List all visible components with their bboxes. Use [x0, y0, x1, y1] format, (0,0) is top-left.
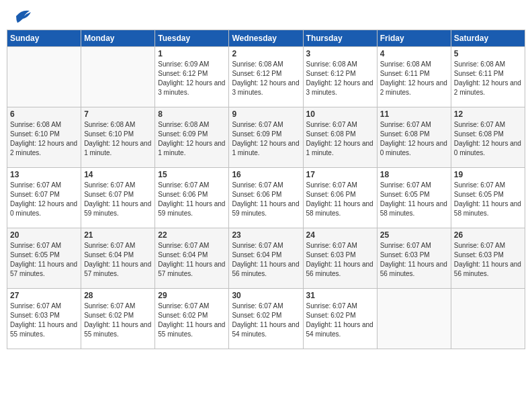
day-info: Sunrise: 6:08 AM Sunset: 6:11 PM Dayligh…: [454, 60, 522, 97]
calendar-cell: [81, 47, 155, 107]
day-number: 29: [158, 291, 226, 300]
day-info: Sunrise: 6:07 AM Sunset: 6:02 PM Dayligh…: [232, 302, 300, 339]
day-number: 25: [380, 230, 448, 240]
calendar-cell: 8Sunrise: 6:08 AM Sunset: 6:09 PM Daylig…: [155, 107, 229, 168]
day-number: 7: [84, 109, 152, 119]
day-number: 11: [380, 109, 448, 119]
calendar-cell: 19Sunrise: 6:07 AM Sunset: 6:05 PM Dayli…: [451, 168, 525, 228]
day-number: 14: [84, 170, 152, 179]
day-info: Sunrise: 6:07 AM Sunset: 6:09 PM Dayligh…: [232, 120, 300, 158]
day-number: 23: [232, 230, 300, 240]
day-number: 6: [10, 109, 78, 119]
calendar-table: SundayMondayTuesdayWednesdayThursdayFrid…: [7, 30, 525, 349]
calendar-cell: 24Sunrise: 6:07 AM Sunset: 6:03 PM Dayli…: [303, 228, 377, 289]
day-info: Sunrise: 6:07 AM Sunset: 6:06 PM Dayligh…: [306, 181, 374, 218]
day-number: 4: [380, 49, 448, 58]
day-number: 2: [232, 49, 300, 58]
calendar-cell: 30Sunrise: 6:07 AM Sunset: 6:02 PM Dayli…: [229, 289, 303, 349]
calendar-cell: 18Sunrise: 6:07 AM Sunset: 6:05 PM Dayli…: [377, 168, 451, 228]
calendar-cell: 22Sunrise: 6:07 AM Sunset: 6:04 PM Dayli…: [155, 228, 229, 289]
day-info: Sunrise: 6:07 AM Sunset: 6:08 PM Dayligh…: [306, 120, 374, 158]
day-of-week-header: Sunday: [7, 30, 81, 47]
day-info: Sunrise: 6:07 AM Sunset: 6:03 PM Dayligh…: [454, 241, 522, 279]
calendar-week-row: 27Sunrise: 6:07 AM Sunset: 6:03 PM Dayli…: [7, 289, 525, 349]
day-info: Sunrise: 6:08 AM Sunset: 6:10 PM Dayligh…: [84, 120, 152, 158]
day-number: 9: [232, 109, 300, 119]
day-number: 8: [158, 109, 226, 119]
day-info: Sunrise: 6:07 AM Sunset: 6:05 PM Dayligh…: [380, 181, 448, 218]
day-number: 26: [454, 230, 522, 240]
day-info: Sunrise: 6:08 AM Sunset: 6:12 PM Dayligh…: [232, 60, 300, 97]
day-info: Sunrise: 6:09 AM Sunset: 6:12 PM Dayligh…: [158, 60, 226, 97]
calendar-cell: 6Sunrise: 6:08 AM Sunset: 6:10 PM Daylig…: [7, 107, 81, 168]
logo: [9, 7, 32, 26]
day-info: Sunrise: 6:07 AM Sunset: 6:07 PM Dayligh…: [10, 181, 78, 218]
calendar-cell: 28Sunrise: 6:07 AM Sunset: 6:02 PM Dayli…: [81, 289, 155, 349]
calendar-cell: 10Sunrise: 6:07 AM Sunset: 6:08 PM Dayli…: [303, 107, 377, 168]
day-number: 5: [454, 49, 522, 58]
calendar-cell: 2Sunrise: 6:08 AM Sunset: 6:12 PM Daylig…: [229, 47, 303, 107]
calendar-cell: [377, 289, 451, 349]
calendar-cell: 14Sunrise: 6:07 AM Sunset: 6:07 PM Dayli…: [81, 168, 155, 228]
day-number: 22: [158, 230, 226, 240]
calendar-cell: 17Sunrise: 6:07 AM Sunset: 6:06 PM Dayli…: [303, 168, 377, 228]
day-number: 27: [10, 291, 78, 300]
calendar-cell: 4Sunrise: 6:08 AM Sunset: 6:11 PM Daylig…: [377, 47, 451, 107]
day-info: Sunrise: 6:07 AM Sunset: 6:05 PM Dayligh…: [10, 241, 78, 279]
calendar-cell: 9Sunrise: 6:07 AM Sunset: 6:09 PM Daylig…: [229, 107, 303, 168]
calendar-cell: 11Sunrise: 6:07 AM Sunset: 6:08 PM Dayli…: [377, 107, 451, 168]
calendar-cell: 1Sunrise: 6:09 AM Sunset: 6:12 PM Daylig…: [155, 47, 229, 107]
day-number: 19: [454, 170, 522, 179]
day-number: 28: [84, 291, 152, 300]
calendar-cell: 5Sunrise: 6:08 AM Sunset: 6:11 PM Daylig…: [451, 47, 525, 107]
day-number: 3: [306, 49, 374, 58]
page-header: [7, 7, 525, 26]
day-number: 13: [10, 170, 78, 179]
day-of-week-header: Saturday: [451, 30, 525, 47]
calendar-cell: 27Sunrise: 6:07 AM Sunset: 6:03 PM Dayli…: [7, 289, 81, 349]
day-info: Sunrise: 6:07 AM Sunset: 6:07 PM Dayligh…: [84, 181, 152, 218]
calendar-week-row: 6Sunrise: 6:08 AM Sunset: 6:10 PM Daylig…: [7, 107, 525, 168]
day-info: Sunrise: 6:07 AM Sunset: 6:03 PM Dayligh…: [380, 241, 448, 279]
day-number: 15: [158, 170, 226, 179]
calendar-cell: 25Sunrise: 6:07 AM Sunset: 6:03 PM Dayli…: [377, 228, 451, 289]
logo-bird-icon: [11, 7, 32, 26]
calendar-header: SundayMondayTuesdayWednesdayThursdayFrid…: [7, 30, 525, 47]
calendar-week-row: 13Sunrise: 6:07 AM Sunset: 6:07 PM Dayli…: [7, 168, 525, 228]
day-of-week-header: Thursday: [303, 30, 377, 47]
day-info: Sunrise: 6:07 AM Sunset: 6:03 PM Dayligh…: [306, 241, 374, 279]
calendar-week-row: 20Sunrise: 6:07 AM Sunset: 6:05 PM Dayli…: [7, 228, 525, 289]
calendar-cell: 23Sunrise: 6:07 AM Sunset: 6:04 PM Dayli…: [229, 228, 303, 289]
day-info: Sunrise: 6:07 AM Sunset: 6:03 PM Dayligh…: [10, 302, 78, 339]
calendar-cell: 16Sunrise: 6:07 AM Sunset: 6:06 PM Dayli…: [229, 168, 303, 228]
day-info: Sunrise: 6:07 AM Sunset: 6:06 PM Dayligh…: [232, 181, 300, 218]
day-info: Sunrise: 6:08 AM Sunset: 6:12 PM Dayligh…: [306, 60, 374, 97]
calendar-cell: 13Sunrise: 6:07 AM Sunset: 6:07 PM Dayli…: [7, 168, 81, 228]
calendar-cell: [7, 47, 81, 107]
day-number: 17: [306, 170, 374, 179]
calendar-cell: 3Sunrise: 6:08 AM Sunset: 6:12 PM Daylig…: [303, 47, 377, 107]
calendar-cell: 21Sunrise: 6:07 AM Sunset: 6:04 PM Dayli…: [81, 228, 155, 289]
day-info: Sunrise: 6:08 AM Sunset: 6:10 PM Dayligh…: [10, 120, 78, 158]
calendar-cell: 20Sunrise: 6:07 AM Sunset: 6:05 PM Dayli…: [7, 228, 81, 289]
day-info: Sunrise: 6:07 AM Sunset: 6:02 PM Dayligh…: [306, 302, 374, 339]
day-info: Sunrise: 6:07 AM Sunset: 6:08 PM Dayligh…: [380, 120, 448, 158]
day-number: 24: [306, 230, 374, 240]
calendar-cell: [451, 289, 525, 349]
day-info: Sunrise: 6:07 AM Sunset: 6:08 PM Dayligh…: [454, 120, 522, 158]
day-info: Sunrise: 6:07 AM Sunset: 6:04 PM Dayligh…: [232, 241, 300, 279]
day-info: Sunrise: 6:07 AM Sunset: 6:02 PM Dayligh…: [84, 302, 152, 339]
day-of-week-header: Monday: [81, 30, 155, 47]
day-number: 21: [84, 230, 152, 240]
day-number: 10: [306, 109, 374, 119]
calendar-cell: 31Sunrise: 6:07 AM Sunset: 6:02 PM Dayli…: [303, 289, 377, 349]
day-of-week-header: Tuesday: [155, 30, 229, 47]
day-of-week-header: Wednesday: [229, 30, 303, 47]
calendar-cell: 7Sunrise: 6:08 AM Sunset: 6:10 PM Daylig…: [81, 107, 155, 168]
day-number: 16: [232, 170, 300, 179]
day-of-week-header: Friday: [377, 30, 451, 47]
day-number: 1: [158, 49, 226, 58]
day-number: 20: [10, 230, 78, 240]
day-info: Sunrise: 6:07 AM Sunset: 6:04 PM Dayligh…: [158, 241, 226, 279]
calendar-cell: 29Sunrise: 6:07 AM Sunset: 6:02 PM Dayli…: [155, 289, 229, 349]
